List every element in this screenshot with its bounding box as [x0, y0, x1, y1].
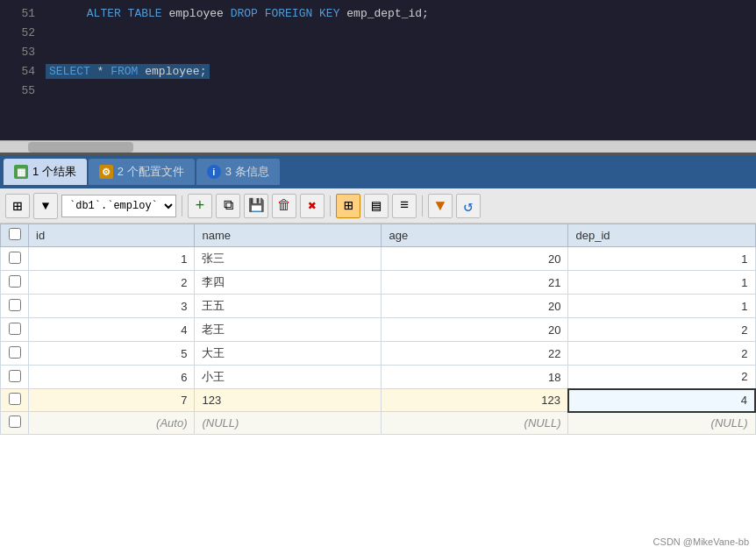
row-3-id[interactable]: 3	[29, 295, 195, 318]
filter-button[interactable]: ▼	[428, 194, 453, 218]
cancel-button[interactable]: ✖	[300, 194, 325, 218]
row-7-age[interactable]: 123	[382, 389, 568, 412]
row-1-checkbox[interactable]	[1, 247, 29, 271]
grid-sub-button[interactable]: ▼	[36, 194, 55, 218]
refresh-button[interactable]: ↺	[456, 194, 481, 218]
editor-scrollbar[interactable]	[0, 140, 756, 153]
row-6-id[interactable]: 6	[29, 366, 195, 389]
save-button[interactable]: 💾	[244, 194, 268, 218]
row-7-checkbox[interactable]	[1, 389, 29, 412]
row-7-id[interactable]: 7	[29, 389, 195, 412]
line-number-52: 52	[7, 26, 35, 39]
results-tab-label: 1 个结果	[32, 164, 76, 180]
table-row-highlighted: 7 123 123 4	[1, 389, 756, 412]
separator-2	[330, 195, 331, 217]
row-6-dep-id[interactable]: 2	[568, 366, 755, 389]
row-7-name[interactable]: 123	[195, 389, 382, 412]
line-number-55: 55	[7, 84, 35, 97]
code-content-53	[46, 46, 53, 59]
cancel-icon: ✖	[308, 197, 317, 215]
row-3-age[interactable]: 20	[382, 295, 568, 318]
info-tab-icon: i	[207, 165, 221, 179]
row-1-age[interactable]: 20	[382, 247, 568, 271]
text-mode-button[interactable]: ≡	[392, 194, 417, 218]
add-row-icon: +	[196, 197, 205, 215]
header-age[interactable]: age	[382, 224, 568, 247]
grid-sub-icon: ▼	[42, 199, 49, 213]
row-4-dep-id[interactable]: 2	[568, 318, 755, 342]
auto-row-name: (NULL)	[195, 412, 382, 435]
copy-row-button[interactable]: ⧉	[216, 194, 240, 218]
row-4-checkbox[interactable]	[1, 318, 29, 342]
table-header-row: id name age dep_id	[1, 224, 756, 247]
row-3-dep-id[interactable]: 1	[568, 295, 755, 318]
row-5-checkbox[interactable]	[1, 342, 29, 366]
code-line-54: 54 SELECT * FROM employee;	[0, 61, 756, 81]
delete-button[interactable]: 🗑	[272, 194, 296, 218]
row-2-name[interactable]: 李四	[195, 271, 382, 295]
table-row: 2 李四 21 1	[1, 271, 756, 295]
code-content-55	[46, 84, 53, 97]
header-checkbox[interactable]	[1, 224, 29, 247]
table-row: 4 老王 20 2	[1, 318, 756, 342]
copy-row-icon: ⧉	[224, 197, 233, 214]
tab-info[interactable]: i 3 条信息	[196, 159, 280, 185]
code-line-52: 52	[0, 23, 756, 42]
add-row-button[interactable]: +	[188, 194, 212, 218]
row-1-id[interactable]: 1	[29, 247, 195, 271]
row-4-id[interactable]: 4	[29, 318, 195, 342]
line-number-54: 54	[7, 65, 35, 78]
row-7-dep-id[interactable]: 4	[568, 389, 755, 412]
row-6-age[interactable]: 18	[382, 366, 568, 389]
row-1-name[interactable]: 张三	[195, 247, 382, 271]
row-5-name[interactable]: 大王	[195, 342, 382, 366]
tab-results[interactable]: ▦ 1 个结果	[4, 159, 87, 185]
delete-icon: 🗑	[277, 197, 291, 214]
code-content-54: SELECT * FROM employee;	[46, 64, 210, 79]
code-content-52	[46, 26, 53, 39]
grid-mode-button[interactable]: ⊞	[336, 194, 360, 218]
header-id[interactable]: id	[29, 224, 195, 247]
auto-row-checkbox[interactable]	[1, 412, 29, 435]
row-3-name[interactable]: 王五	[195, 295, 382, 318]
row-5-id[interactable]: 5	[29, 342, 195, 366]
code-line-51: 51 ALTER TABLE employee DROP FOREIGN KEY…	[0, 4, 756, 23]
row-2-checkbox[interactable]	[1, 271, 29, 295]
db-selector[interactable]: `db1`.`employ`	[61, 195, 176, 217]
auto-row-age: (NULL)	[382, 412, 568, 435]
row-6-checkbox[interactable]	[1, 366, 29, 389]
tab-config[interactable]: ⚙ 2 个配置文件	[89, 159, 195, 185]
row-5-age[interactable]: 22	[382, 342, 568, 366]
row-2-age[interactable]: 21	[382, 271, 568, 295]
row-4-age[interactable]: 20	[382, 318, 568, 342]
row-5-dep-id[interactable]: 2	[568, 342, 755, 366]
row-4-name[interactable]: 老王	[195, 318, 382, 342]
code-line-53: 53	[0, 42, 756, 61]
grid-view-button[interactable]: ⊞	[5, 194, 30, 218]
separator-1	[182, 195, 182, 217]
header-name[interactable]: name	[195, 224, 382, 247]
tabs-bar: ▦ 1 个结果 ⚙ 2 个配置文件 i 3 条信息	[0, 155, 756, 188]
results-panel: ▦ 1 个结果 ⚙ 2 个配置文件 i 3 条信息 ⊞ ▼ `db1`.`emp…	[0, 153, 756, 554]
code-editor: 51 ALTER TABLE employee DROP FOREIGN KEY…	[0, 0, 756, 140]
config-tab-label: 2 个配置文件	[118, 164, 184, 180]
row-3-checkbox[interactable]	[1, 295, 29, 318]
table-row: 1 张三 20 1	[1, 247, 756, 271]
row-1-dep-id[interactable]: 1	[568, 247, 755, 271]
select-all-checkbox[interactable]	[9, 228, 21, 240]
row-6-name[interactable]: 小王	[195, 366, 382, 389]
table-auto-row: (Auto) (NULL) (NULL) (NULL)	[1, 412, 756, 435]
header-dep-id[interactable]: dep_id	[568, 224, 755, 247]
table-row: 3 王五 20 1	[1, 295, 756, 318]
form-mode-button[interactable]: ▤	[364, 194, 389, 218]
info-tab-label: 3 条信息	[225, 164, 269, 180]
auto-row-dep-id: (NULL)	[568, 412, 755, 435]
data-table-container: id name age dep_id 1 张三 20 1 2 李四	[0, 224, 756, 554]
line-number-51: 51	[7, 7, 35, 20]
separator-3	[422, 195, 423, 217]
row-2-dep-id[interactable]: 1	[568, 271, 755, 295]
data-table: id name age dep_id 1 张三 20 1 2 李四	[0, 224, 756, 435]
auto-row-id: (Auto)	[29, 412, 195, 435]
row-2-id[interactable]: 2	[29, 271, 195, 295]
refresh-icon: ↺	[464, 196, 474, 216]
